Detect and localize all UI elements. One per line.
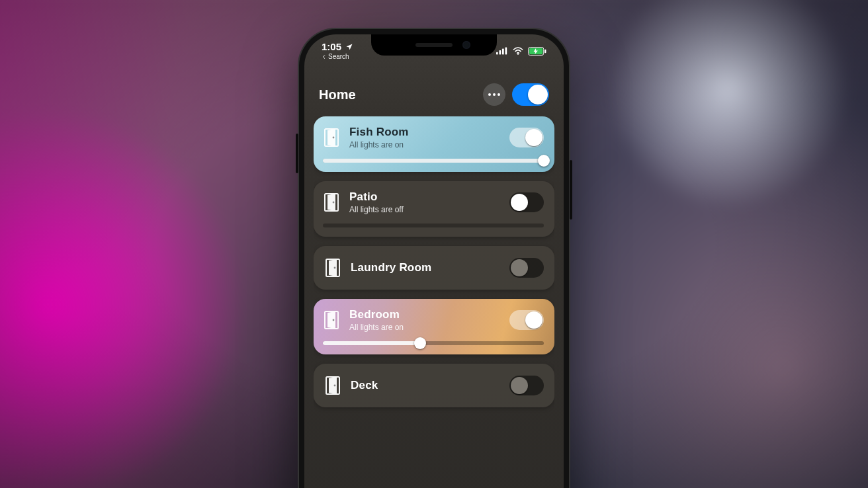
room-text: Deck — [351, 379, 500, 392]
notch-speaker — [415, 43, 453, 47]
chevron-left-icon — [322, 54, 327, 60]
svg-rect-7 — [544, 49, 546, 53]
room-row: Fish RoomAll lights are on — [323, 126, 544, 149]
room-row: Laundry Room — [324, 258, 544, 278]
room-card-deck[interactable]: Deck — [314, 364, 554, 407]
room-name: Patio — [349, 190, 500, 204]
room-toggle-laundry-room[interactable] — [509, 258, 544, 278]
location-arrow-icon — [345, 43, 353, 51]
door-icon — [323, 193, 340, 212]
room-card-patio[interactable]: PatioAll lights are off — [314, 181, 554, 237]
toggle-knob — [511, 194, 528, 211]
battery-charging-icon — [528, 47, 546, 56]
master-toggle-knob — [528, 85, 548, 104]
room-status: All lights are on — [349, 323, 500, 332]
brightness-slider-patio[interactable] — [323, 224, 544, 227]
brightness-slider-bedroom[interactable] — [323, 341, 544, 345]
phone-frame: 1:05 Search — [298, 28, 570, 488]
master-toggle[interactable] — [512, 83, 549, 106]
slider-fill — [323, 159, 544, 163]
more-horizontal-icon — [488, 93, 500, 96]
room-name: Laundry Room — [351, 261, 500, 274]
room-row: BedroomAll lights are on — [323, 308, 544, 332]
room-card-laundry-room[interactable]: Laundry Room — [314, 246, 554, 290]
svg-rect-0 — [496, 52, 498, 55]
svg-point-20 — [334, 385, 336, 387]
svg-rect-1 — [499, 50, 501, 54]
room-toggle-bedroom[interactable] — [509, 310, 544, 330]
phone-notch — [371, 34, 497, 56]
cellular-signal-icon — [496, 47, 508, 55]
svg-point-12 — [333, 137, 335, 139]
toggle-knob — [511, 259, 528, 276]
more-button[interactable] — [483, 83, 505, 106]
room-status: All lights are on — [349, 140, 500, 149]
room-list[interactable]: Fish RoomAll lights are onPatioAll light… — [314, 116, 554, 488]
room-text: PatioAll lights are off — [349, 190, 500, 214]
room-name: Deck — [351, 379, 500, 392]
svg-point-18 — [333, 319, 335, 321]
phone-screen: 1:05 Search — [304, 34, 564, 488]
door-icon — [323, 311, 340, 329]
room-name: Fish Room — [349, 126, 500, 139]
breadcrumb-back[interactable]: Search — [322, 54, 353, 60]
app-header: Home — [304, 83, 564, 106]
room-text: Laundry Room — [351, 261, 500, 274]
door-icon — [324, 376, 341, 395]
svg-point-14 — [333, 202, 335, 204]
room-text: Fish RoomAll lights are on — [349, 126, 500, 149]
room-name: Bedroom — [349, 308, 500, 321]
svg-rect-2 — [502, 48, 504, 54]
toggle-knob — [525, 311, 542, 329]
svg-point-9 — [493, 93, 496, 96]
room-text: BedroomAll lights are on — [349, 308, 500, 332]
svg-rect-3 — [505, 48, 507, 55]
brightness-slider-fish-room[interactable] — [323, 159, 544, 163]
status-time: 1:05 — [322, 42, 341, 52]
page-title: Home — [319, 87, 356, 102]
slider-knob[interactable] — [538, 155, 550, 167]
breadcrumb-back-label: Search — [328, 54, 349, 60]
room-toggle-deck[interactable] — [509, 376, 544, 395]
notch-camera — [462, 41, 470, 49]
slider-fill — [323, 341, 420, 345]
toggle-knob — [525, 129, 542, 146]
room-card-fish-room[interactable]: Fish RoomAll lights are on — [314, 116, 554, 172]
toggle-knob — [511, 377, 528, 394]
room-toggle-patio[interactable] — [509, 192, 544, 212]
room-status: All lights are off — [349, 205, 500, 214]
room-row: PatioAll lights are off — [323, 190, 544, 214]
wifi-icon — [512, 47, 524, 55]
svg-point-4 — [517, 54, 519, 55]
svg-point-16 — [334, 267, 336, 269]
door-icon — [323, 128, 340, 147]
room-card-bedroom[interactable]: BedroomAll lights are on — [314, 299, 554, 354]
room-toggle-fish-room[interactable] — [509, 128, 544, 147]
svg-point-8 — [488, 93, 491, 96]
svg-point-10 — [498, 93, 500, 96]
slider-knob[interactable] — [414, 337, 426, 349]
door-icon — [324, 259, 341, 277]
room-row: Deck — [324, 376, 544, 395]
